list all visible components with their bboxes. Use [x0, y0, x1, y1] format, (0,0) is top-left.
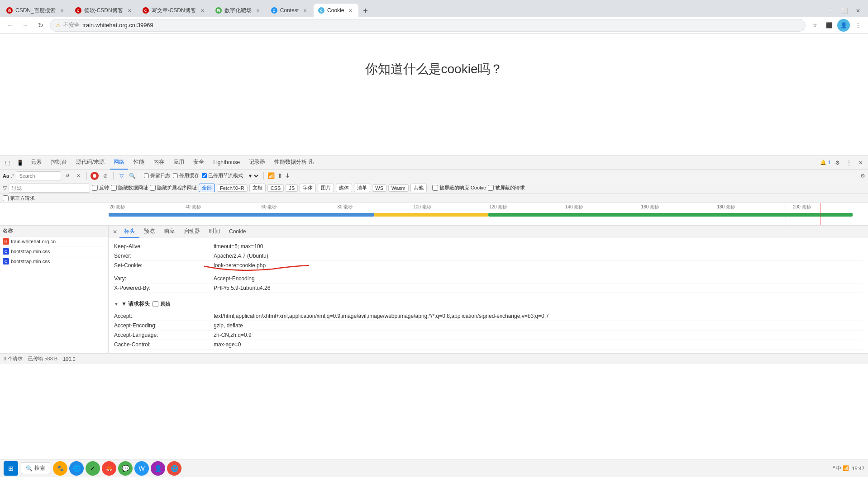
hide-extensions-checkbox-label[interactable]: 隐藏扩展程序网址	[150, 184, 197, 191]
hidden-request-checkbox[interactable]	[488, 185, 494, 191]
taskbar-app-7[interactable]: 👤	[151, 461, 165, 476]
third-party-checkbox[interactable]	[3, 195, 9, 201]
tab-perf-insights[interactable]: 性能数据分析 凡	[271, 156, 317, 170]
filter-btn-manifest[interactable]: 清单	[354, 184, 370, 192]
disable-stream-checkbox-label[interactable]: 已停用节流模式	[202, 172, 243, 179]
tab-cookie[interactable]: C Cookie ✕	[314, 4, 358, 17]
tab-close-button[interactable]: ✕	[347, 7, 354, 14]
extensions-button[interactable]: ⬛	[823, 19, 835, 32]
taskbar-app-8[interactable]: 🌐	[167, 461, 181, 476]
filter-btn-doc[interactable]: 文档	[249, 184, 266, 192]
filter-btn-ws[interactable]: WS	[372, 184, 386, 192]
original-checkbox[interactable]	[153, 301, 158, 307]
detail-tab-preview[interactable]: 预览	[139, 226, 159, 238]
tab-security[interactable]: 安全	[190, 156, 208, 170]
filter-btn-img[interactable]: 图片	[318, 184, 334, 192]
file-item-css-1[interactable]: C bootstrap.min.css	[0, 246, 108, 256]
tab-recorder[interactable]: 记录器	[245, 156, 269, 170]
tab-desoft-csdn[interactable]: C 德软-CSDN博客 ✕	[71, 4, 138, 17]
settings-icon[interactable]: ⚙	[860, 173, 865, 179]
devtools-settings-button[interactable]: ⚙	[832, 157, 843, 168]
forward-button[interactable]: →	[19, 19, 32, 32]
filter-btn-wasm[interactable]: Wasm	[388, 184, 409, 192]
taskbar-app-4[interactable]: 🦊	[102, 461, 116, 476]
detail-tab-cookies[interactable]: Cookie	[224, 226, 250, 238]
tab-performance[interactable]: 性能	[130, 156, 148, 170]
reload-button[interactable]: ↻	[34, 19, 47, 32]
taskbar-app-3[interactable]: ✓	[86, 461, 100, 476]
menu-button[interactable]: ⋮	[852, 19, 864, 32]
taskbar-app-2[interactable]: 🌐	[69, 461, 84, 476]
devtools-more-button[interactable]: ⋮	[844, 157, 854, 168]
detail-tab-response[interactable]: 响应	[159, 226, 179, 238]
url-bar[interactable]: ⚠ 不安全 train.whitehat.org.cn:39969	[50, 19, 806, 32]
detail-tab-initiator[interactable]: 启动器	[179, 226, 205, 238]
disable-cache-checkbox-label[interactable]: 停用缓存	[173, 172, 199, 179]
filter-icon-button[interactable]: ▽	[117, 172, 125, 180]
tab-close-button[interactable]: ✕	[301, 7, 309, 14]
filter-btn-css[interactable]: CSS	[267, 184, 284, 192]
hide-extensions-checkbox[interactable]	[150, 185, 156, 191]
tab-digital-range[interactable]: 数 数字化靶场 ✕	[211, 4, 266, 17]
preserve-log-checkbox-label[interactable]: 保留日志	[144, 172, 170, 179]
detail-close-button[interactable]: ✕	[110, 227, 119, 236]
hidden-response-cookie-checkbox[interactable]	[432, 185, 438, 191]
devtools-device-toggle[interactable]: 📱	[14, 157, 25, 168]
maximize-button[interactable]: ⬜	[838, 5, 851, 17]
tab-close-button[interactable]: ✕	[199, 7, 206, 14]
preserve-log-checkbox[interactable]	[144, 173, 149, 178]
tab-close-button[interactable]: ✕	[126, 7, 133, 14]
file-item-css-2[interactable]: C bootstrap.min.css	[0, 256, 108, 266]
search-input[interactable]	[16, 171, 61, 180]
search-taskbar-button[interactable]: 🔍搜索	[21, 462, 50, 474]
detail-tab-headers[interactable]: 标头	[119, 226, 139, 238]
filter-btn-fetch[interactable]: Fetch/XHR	[217, 184, 248, 192]
filter-btn-media[interactable]: 媒体	[336, 184, 352, 192]
tab-memory[interactable]: 内存	[150, 156, 168, 170]
filter-input[interactable]	[9, 184, 90, 193]
filter-btn-js[interactable]: JS	[286, 184, 298, 192]
invert-checkbox-label[interactable]: 反转	[92, 184, 109, 191]
tab-close-button[interactable]: ✕	[254, 7, 262, 14]
back-button[interactable]: ←	[4, 19, 16, 32]
stream-select[interactable]: ▼	[246, 173, 260, 179]
minimize-button[interactable]: ─	[825, 5, 837, 17]
tab-sources[interactable]: 源代码/来源	[72, 156, 108, 170]
filter-btn-other[interactable]: 其他	[410, 184, 427, 192]
devtools-close-button[interactable]: ✕	[855, 157, 866, 168]
tab-close-button[interactable]: ✕	[58, 7, 66, 14]
tab-elements[interactable]: 元素	[27, 156, 45, 170]
disable-cache-checkbox[interactable]	[173, 173, 178, 178]
start-button[interactable]: ⊞	[4, 461, 18, 476]
tab-write-csdn[interactable]: C 写文章-CSDN博客 ✕	[138, 4, 210, 17]
record-button[interactable]	[91, 172, 99, 180]
original-checkbox-label[interactable]: 原始	[153, 301, 170, 307]
tab-lighthouse[interactable]: Lighthouse	[210, 156, 243, 170]
devtools-issues-badge[interactable]: 🔔 1	[820, 157, 831, 168]
hide-data-url-checkbox[interactable]	[111, 185, 117, 191]
invert-checkbox[interactable]	[92, 185, 98, 191]
hidden-response-cookie-label[interactable]: 被屏蔽的响应 Cookie	[432, 184, 486, 191]
tab-console[interactable]: 控制台	[47, 156, 71, 170]
hidden-request-label[interactable]: 被屏蔽的请求	[488, 184, 525, 191]
upload-icon[interactable]: ⬆	[277, 172, 282, 179]
bookmark-button[interactable]: ☆	[808, 19, 821, 32]
taskbar-app-5[interactable]: 💬	[118, 461, 133, 476]
detail-tab-timing[interactable]: 时间	[205, 226, 224, 238]
tab-application[interactable]: 应用	[170, 156, 188, 170]
clear-button[interactable]: ⊘	[101, 172, 110, 180]
taskbar-app-6[interactable]: W	[134, 461, 149, 476]
disable-stream-checkbox[interactable]	[202, 173, 207, 178]
tab-network[interactable]: 网络	[110, 156, 128, 170]
search-clear-button[interactable]: ✕	[74, 171, 83, 180]
taskbar-app-1[interactable]: 🐾	[53, 461, 67, 476]
search-refresh-button[interactable]: ↺	[63, 171, 72, 180]
filter-btn-all[interactable]: 全部	[199, 184, 215, 192]
hide-data-url-checkbox-label[interactable]: 隐藏数据网址	[111, 184, 148, 191]
close-window-button[interactable]: ✕	[852, 5, 864, 17]
tab-csdn-baidu[interactable]: 百 CSDN_百度搜索 ✕	[2, 4, 70, 17]
tab-contest[interactable]: C Contest ✕	[267, 4, 313, 17]
download-icon[interactable]: ⬇	[285, 172, 290, 179]
filter-btn-font[interactable]: 字体	[300, 184, 316, 192]
devtools-element-picker[interactable]: ⬚	[2, 157, 13, 168]
